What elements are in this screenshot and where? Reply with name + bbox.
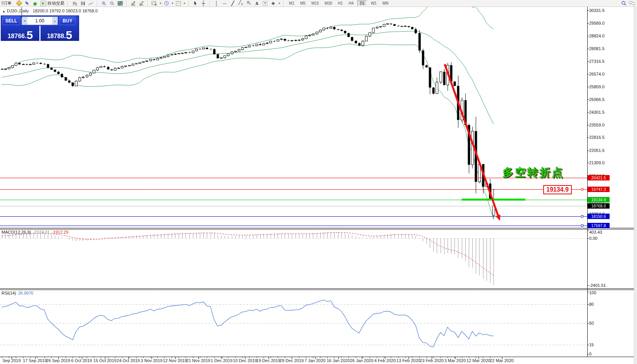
date-axis-label: 26 Sep 2019 bbox=[46, 358, 70, 363]
candlestick-chart-icon[interactable] bbox=[79, 0, 86, 7]
zoom-in-icon[interactable] bbox=[101, 0, 107, 7]
date-axis-label: 15 Oct 2019 bbox=[93, 358, 117, 363]
trendline-icon[interactable]: ╱ bbox=[230, 0, 236, 7]
timeframe-button-m5[interactable]: M5 bbox=[298, 0, 308, 6]
sell-button[interactable]: SELL bbox=[2, 17, 20, 25]
auto-scroll-icon[interactable] bbox=[130, 0, 136, 7]
timeframe-button-h1[interactable]: H1 bbox=[336, 0, 345, 6]
vertical-line-icon[interactable]: │ bbox=[213, 0, 220, 7]
profile-icon[interactable]: ✎ bbox=[24, 0, 30, 7]
date-axis-label: 24 Oct 2019 bbox=[117, 358, 140, 363]
buy-button[interactable]: BUY bbox=[59, 17, 76, 25]
sell-price: 18766.5 bbox=[1, 26, 39, 41]
period-icon[interactable] bbox=[163, 0, 169, 7]
arrows-dropdown-caret[interactable]: ▾ bbox=[279, 2, 280, 5]
timeframe-button-h4[interactable]: H4 bbox=[347, 0, 356, 6]
text-icon[interactable]: A bbox=[254, 0, 260, 7]
chart-header: ▲DJ30-,Daily18200.0 19792.0 18023.0 1876… bbox=[2, 8, 98, 13]
date-axis-label: 7 Jan 2020 bbox=[304, 358, 325, 363]
volume-decrease-button[interactable]: ▼ bbox=[22, 17, 27, 25]
new-order-button[interactable]: 新订单 bbox=[2, 0, 14, 6]
date-axis-label: 19 Dec 2019 bbox=[256, 358, 280, 363]
timeframe-button-m1[interactable]: M1 bbox=[287, 0, 296, 6]
zoom-out-icon[interactable] bbox=[109, 0, 115, 7]
symbol-marker-icon: ▲ bbox=[2, 10, 5, 13]
chart-annotation-text[interactable]: 多空转折点 bbox=[503, 165, 564, 180]
date-axis-label: 12 Nov 2019 bbox=[163, 358, 187, 363]
add-indicator-dropdown-caret[interactable]: ▾ bbox=[160, 2, 161, 5]
arrows-icon[interactable]: ❖ bbox=[270, 0, 276, 7]
new-chart-icon[interactable] bbox=[16, 0, 22, 7]
price-level-badge: 18150.6 bbox=[588, 214, 610, 219]
y-axis-tick-label: 23559.0 bbox=[589, 123, 605, 127]
template-icon[interactable] bbox=[175, 0, 181, 7]
buy-price-main: 18788 bbox=[47, 32, 64, 40]
line-handle[interactable] bbox=[581, 224, 583, 227]
chat-icon[interactable] bbox=[629, 0, 635, 7]
date-axis-label: 1 Dec 2019 bbox=[211, 358, 232, 363]
cursor-icon[interactable] bbox=[192, 0, 198, 7]
support-level-label[interactable]: 19134.9 bbox=[543, 185, 572, 194]
text-label-icon[interactable]: T bbox=[262, 0, 268, 7]
bar-chart-icon[interactable] bbox=[71, 0, 78, 7]
date-axis-label: 3 Nov 2019 bbox=[141, 358, 162, 363]
macd-indicator-label: MACD(12,26,9)-2374.01-1912.29 bbox=[2, 230, 68, 234]
line-chart-icon[interactable] bbox=[88, 0, 94, 7]
horizontal-line-icon[interactable]: ─ bbox=[221, 0, 228, 7]
tile-windows-icon[interactable] bbox=[117, 0, 123, 7]
chart-shift-icon[interactable] bbox=[138, 0, 144, 7]
toolbar-separator bbox=[283, 1, 284, 6]
date-axis-label: 26 Jan 2020 bbox=[350, 358, 373, 363]
signals-icon[interactable]: ◉ bbox=[32, 0, 38, 7]
volume-increase-button[interactable]: ▲ bbox=[52, 17, 57, 25]
timeframe-button-m15[interactable]: M15 bbox=[309, 0, 321, 6]
toolbar-separator bbox=[210, 1, 210, 6]
timeframe-button-w1[interactable]: W1 bbox=[369, 0, 378, 6]
toolbar-separator bbox=[147, 1, 148, 6]
date-axis-label: 23 Feb 2020 bbox=[420, 358, 444, 363]
rsi-scale-label: 15 bbox=[589, 342, 594, 347]
timeframe-button-d1[interactable]: D1 bbox=[357, 0, 367, 6]
price-level-badge: 19747.3 bbox=[588, 187, 610, 192]
y-axis-tick-label: 29589.0 bbox=[589, 21, 605, 25]
y-axis-tick-label: 25809.0 bbox=[589, 84, 605, 89]
timeframe-button-m30[interactable]: M30 bbox=[323, 0, 334, 6]
crosshair-icon[interactable]: ┼ bbox=[200, 0, 206, 7]
chart-canvas[interactable] bbox=[0, 0, 637, 364]
line-handle[interactable] bbox=[581, 188, 583, 190]
rsi-scale-label: 0 bbox=[589, 352, 591, 356]
y-axis-tick-label: 30331.5 bbox=[589, 8, 605, 13]
price-level-badge: 17597.8 bbox=[588, 223, 610, 228]
macd-main-value: -2374.01 bbox=[33, 230, 49, 234]
equidistant-channel-icon[interactable]: ╱E bbox=[238, 0, 244, 7]
date-axis-label: 16 Jan 2020 bbox=[327, 358, 350, 363]
rsi-scale-label: 100 bbox=[589, 290, 596, 295]
chart-title: DJ30-,Daily bbox=[7, 8, 29, 13]
rsi-scale-label: 50 bbox=[589, 321, 594, 325]
buy-price-frac: 5 bbox=[66, 30, 73, 40]
volume-stepper: ▼ ▲ bbox=[22, 17, 58, 25]
volume-input[interactable] bbox=[27, 17, 52, 25]
timeframe-button-mn[interactable]: MN bbox=[380, 0, 390, 6]
window-right-edge bbox=[634, 7, 637, 364]
period-dropdown-caret[interactable]: ▾ bbox=[172, 2, 173, 5]
date-axis-label: 3 Mar 2020 bbox=[444, 358, 466, 363]
toolbar: 新订单✎◉▶自动交易▾▾▾┼│─╱╱E≡FAT❖▾M1M5M15M30H1H4D… bbox=[0, 0, 637, 7]
price-level-badge: 18768.0 bbox=[588, 203, 610, 209]
chart-ohlc-values: 18200.0 19792.0 18023.0 18768.0 bbox=[33, 8, 98, 13]
rsi-name: RSI(14) bbox=[2, 291, 16, 295]
y-axis-tick-label: 25066.5 bbox=[589, 97, 605, 102]
rsi-value: 26.9976 bbox=[18, 291, 34, 295]
y-axis-tick-label: 26574.0 bbox=[589, 72, 605, 76]
line-handle[interactable] bbox=[581, 215, 583, 217]
y-axis-tick-label: 27316.5 bbox=[589, 59, 605, 64]
y-axis-tick-label: 28824.0 bbox=[589, 34, 605, 38]
add-indicator-icon[interactable] bbox=[151, 0, 157, 7]
y-axis-tick-label: 24301.5 bbox=[589, 110, 605, 115]
autotrading-button[interactable]: ▶自动交易 bbox=[40, 0, 64, 7]
macd-name: MACD(12,26,9) bbox=[2, 230, 31, 234]
search-icon[interactable] bbox=[621, 0, 627, 7]
template-dropdown-caret[interactable]: ▾ bbox=[184, 2, 185, 5]
autotrading-icon[interactable]: ▶ bbox=[40, 0, 46, 7]
fibonacci-icon[interactable]: ≡F bbox=[246, 0, 252, 7]
